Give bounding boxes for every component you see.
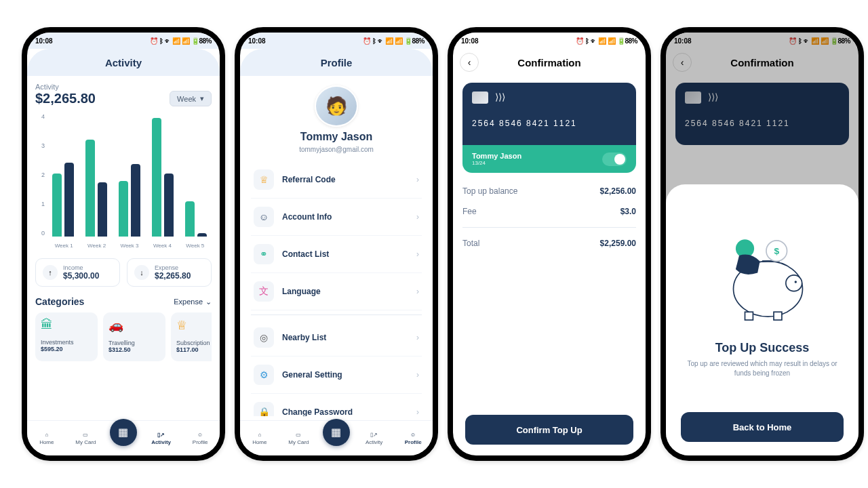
status-indicators: ⏰ ᛒ ᯤ 📶 📶 🔋88%	[150, 37, 212, 45]
arrow-down-icon: ↓	[134, 265, 149, 280]
payment-card: ⟩⟩⟩ 2564 8546 8421 1121 Tommy Jason 13/2…	[462, 83, 636, 173]
svg-rect-3	[745, 312, 753, 320]
chevron-right-icon: ›	[416, 370, 419, 380]
avatar[interactable]: 🧑	[315, 85, 358, 127]
chevron-down-icon: ▾	[200, 94, 204, 103]
income-summary: ↑ Income $5,300.00	[35, 258, 120, 287]
phone-confirmation: 10:08 ⏰ ᛒ ᯤ 📶 📶 🔋88% ‹ Confirmation ⟩⟩⟩ …	[448, 27, 651, 461]
chip-icon	[472, 92, 488, 104]
success-text: Top up are reviewed which may result in …	[678, 359, 846, 378]
page-title: Profile	[321, 57, 353, 68]
card-icon: ▭	[83, 432, 88, 438]
tab-profile[interactable]: ☺Profile	[185, 432, 215, 445]
chart-icon: ▯↗	[157, 432, 165, 438]
card-icon: ▭	[296, 432, 301, 438]
profile-name: Tommy Jason	[251, 131, 422, 143]
user-icon: ☺	[254, 207, 274, 227]
user-icon: ☺	[197, 432, 203, 438]
chevron-right-icon: ›	[416, 333, 419, 342]
x-axis-labels: Week 1 Week 2 Week 3 Week 4 Week 5	[47, 243, 212, 249]
chevron-right-icon: ›	[416, 287, 419, 296]
chevron-right-icon: ›	[416, 175, 419, 184]
row-total: Total$2,259.00	[462, 233, 636, 253]
profile-item-nearby[interactable]: ◎Nearby List›	[251, 319, 422, 357]
success-illustration: $	[678, 214, 846, 336]
tab-activity[interactable]: ▯↗Activity	[359, 432, 389, 445]
home-icon: ⌂	[45, 432, 48, 438]
status-time: 10:08	[248, 37, 266, 45]
svg-point-2	[795, 281, 797, 283]
profile-email: tommyjason@gmail.com	[251, 146, 422, 153]
category-card[interactable]: 🏛 Investments $595.20	[35, 312, 98, 361]
chevron-down-icon: ⌄	[205, 298, 212, 306]
confirm-topup-button[interactable]: Confirm Top Up	[465, 415, 633, 445]
y-axis-labels: 4 3 2 1 0	[35, 113, 45, 237]
divider	[251, 314, 422, 315]
profile-item-language[interactable]: 文Language›	[251, 273, 422, 310]
home-icon: ⌂	[258, 432, 261, 438]
profile-item-contacts[interactable]: ⚭Contact List›	[251, 236, 422, 273]
card-expiry: 13/24	[472, 160, 521, 166]
arrow-up-icon: ↑	[43, 265, 58, 280]
tab-profile[interactable]: ☺Profile	[398, 432, 428, 445]
card-holder: Tommy Jason	[472, 152, 521, 160]
status-bar: 10:08 ⏰ ᛒ ᯤ 📶 📶 🔋88%	[453, 33, 646, 49]
category-card[interactable]: 🚗 Travelling $312.50	[103, 312, 165, 361]
page-title: Confirmation	[517, 57, 580, 68]
phone-activity: 10:08 ⏰ ᛒ ᯤ 📶 📶 🔋88% Activity Activity $…	[22, 27, 225, 461]
phone-success: 10:08 ⏰ ᛒ ᯤ 📶 📶 🔋88% ‹ Confirmation ⟩⟩⟩ …	[660, 27, 864, 461]
qr-icon: ▦	[331, 426, 341, 439]
activity-chart: 4 3 2 1 0 Week 1 Week 2 Week 3 Week 4 We…	[35, 113, 212, 249]
profile-item-referral[interactable]: ♕Referral Code›	[251, 161, 422, 199]
back-button[interactable]: ‹	[460, 53, 479, 72]
contacts-icon: ⚭	[254, 244, 274, 264]
target-icon: ◎	[254, 327, 274, 348]
svg-point-1	[786, 275, 802, 291]
profile-item-password[interactable]: 🔒Change Password›	[251, 394, 422, 416]
tab-home[interactable]: ⌂Home	[245, 432, 275, 445]
chevron-right-icon: ›	[416, 212, 419, 222]
categories-heading: Categories	[35, 296, 84, 307]
card-toggle[interactable]	[602, 152, 627, 166]
crown-icon: ♕	[254, 169, 274, 190]
phone-profile: 10:08 ⏰ ᛒ ᯤ 📶 📶 🔋88% Profile 🧑 Tommy Jas…	[235, 27, 438, 461]
user-icon: ☺	[410, 432, 416, 438]
tab-activity[interactable]: ▯↗Activity	[146, 432, 176, 445]
expense-summary: ↓ Expense $2,265.80	[127, 258, 212, 287]
success-title: Top Up Success	[678, 341, 846, 355]
status-time: 10:08	[35, 37, 53, 45]
crown-icon: ♕	[176, 318, 212, 333]
tab-mycard[interactable]: ▭My Card	[71, 432, 100, 445]
card-number: 2564 8546 8421 1121	[472, 119, 627, 128]
profile-item-account[interactable]: ☺Account Info›	[251, 199, 422, 236]
divider	[462, 227, 636, 228]
row-fee: Fee$3.0	[462, 201, 636, 222]
header: Profile	[240, 49, 433, 76]
language-icon: 文	[254, 281, 274, 302]
qr-scan-button[interactable]: ▦	[323, 419, 350, 446]
categories-filter[interactable]: Expense ⌄	[174, 298, 212, 306]
category-card[interactable]: ♕ Subscription $117.00	[171, 312, 212, 361]
period-dropdown[interactable]: Week ▾	[170, 91, 212, 106]
profile-item-settings[interactable]: ⚙General Setting›	[251, 357, 422, 394]
row-topup: Top up balance$2,256.00	[462, 181, 636, 201]
svg-rect-4	[774, 312, 782, 320]
chevron-left-icon: ‹	[468, 57, 471, 68]
tab-mycard[interactable]: ▭My Card	[283, 432, 313, 445]
tab-bar: ⌂Home ▭My Card ▦ ▯↗Activity ☺Profile	[240, 420, 433, 455]
success-sheet: $ Top Up Success Top up are reviewed whi…	[666, 184, 859, 455]
back-to-home-button[interactable]: Back to Home	[681, 412, 844, 442]
page-title: Activity	[105, 57, 142, 68]
bank-icon: 🏛	[41, 318, 92, 332]
gear-icon: ⚙	[254, 365, 274, 385]
qr-icon: ▦	[118, 426, 128, 439]
tab-home[interactable]: ⌂Home	[32, 432, 62, 445]
car-icon: 🚗	[108, 318, 160, 333]
activity-label: Activity	[35, 83, 96, 91]
activity-amount: $2,265.80	[35, 91, 96, 106]
header: ‹ Confirmation	[453, 49, 646, 76]
chart-icon: ▯↗	[370, 432, 378, 438]
qr-scan-button[interactable]: ▦	[110, 419, 137, 446]
lock-icon: 🔒	[254, 402, 274, 416]
nfc-icon: ⟩⟩⟩	[495, 92, 505, 102]
